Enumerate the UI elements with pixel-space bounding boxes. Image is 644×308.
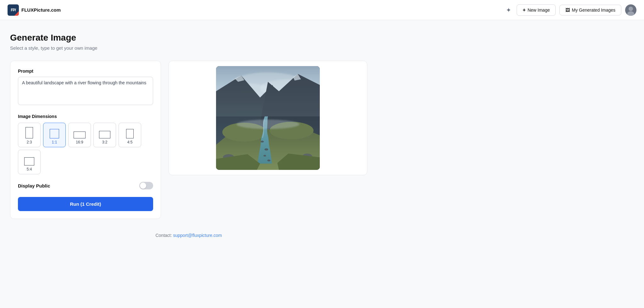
dim-btn-4-5[interactable]: 4:5 [119,123,141,147]
dim-label-4-5: 4:5 [127,140,133,144]
page-subtitle: Select a style, type to get your own ima… [10,45,367,51]
svg-point-1 [629,7,633,11]
navbar-actions: ✦ + New Image 🖼 My Generated Images [504,4,636,16]
shape-16-9 [74,132,86,138]
main-content: Generate Image Select a style, type to g… [0,20,377,264]
form-panel: Prompt A beautiful landscape with a rive… [10,61,161,219]
contact-label: Contact: [155,233,172,238]
dim-btn-5-4[interactable]: 5:4 [18,150,41,174]
shape-1-1 [50,129,59,138]
plus-icon: + [523,7,525,13]
toggle-thumb [140,182,146,189]
theme-toggle-icon[interactable]: ✦ [504,6,513,14]
dim-label-2-3: 2:3 [27,140,32,144]
svg-point-26 [236,120,299,129]
svg-point-15 [264,148,268,151]
user-avatar[interactable] [625,4,636,16]
logo-icon: FP/ [8,4,19,16]
logo-letters: FP/ [11,8,16,12]
dimensions-section: Image Dimensions 2:3 1:1 16:9 [18,114,153,174]
display-public-toggle[interactable] [139,182,153,189]
my-images-label: My Generated Images [572,8,615,13]
landscape-svg [216,66,320,170]
dim-btn-1-1[interactable]: 1:1 [43,123,66,147]
new-image-button[interactable]: + New Image [517,4,556,16]
toggle-track [139,182,153,189]
contact-email-link[interactable]: support@fluxpicture.com [173,233,222,238]
run-button-label: Run (1 Credit) [70,201,101,207]
avatar-image [625,4,636,16]
footer: Contact: support@fluxpicture.com [10,225,367,245]
dim-btn-3-2[interactable]: 3:2 [93,123,116,147]
dim-label-16-9: 16:9 [76,140,83,144]
content-grid: Prompt A beautiful landscape with a rive… [10,61,367,219]
shape-5-4 [24,157,34,165]
dimensions-label: Image Dimensions [18,114,153,119]
run-button[interactable]: Run (1 Credit) [18,197,153,211]
image-panel [169,61,367,175]
display-public-row: Display Public [18,182,153,189]
dim-label-3-2: 3:2 [102,140,108,144]
page-title: Generate Image [10,33,367,43]
navbar: FP/ FLUXPicture.com ✦ + New Image 🖼 My G… [0,0,644,20]
dim-label-1-1: 1:1 [52,140,57,144]
shape-3-2 [99,131,110,138]
svg-point-17 [267,160,270,161]
dim-btn-16-9[interactable]: 16:9 [68,123,91,147]
svg-point-14 [261,141,264,143]
site-name: FLUXPicture.com [21,7,61,13]
generated-image [216,66,320,170]
svg-rect-27 [216,66,320,116]
display-public-label: Display Public [18,183,50,188]
shape-4-5 [126,129,134,138]
navbar-brand: FP/ FLUXPicture.com [8,4,61,16]
shape-2-3 [25,127,33,138]
dimension-options: 2:3 1:1 16:9 3:2 [18,123,153,174]
svg-point-16 [264,155,266,157]
dim-label-5-4: 5:4 [27,167,32,171]
prompt-label: Prompt [18,69,153,74]
my-generated-images-button[interactable]: 🖼 My Generated Images [559,5,621,15]
prompt-textarea[interactable]: A beautiful landscape with a river flowi… [18,77,153,105]
dim-btn-2-3[interactable]: 2:3 [18,123,41,147]
gallery-icon: 🖼 [565,8,570,13]
contact-email: support@fluxpicture.com [173,233,222,238]
new-image-label: New Image [528,8,550,13]
